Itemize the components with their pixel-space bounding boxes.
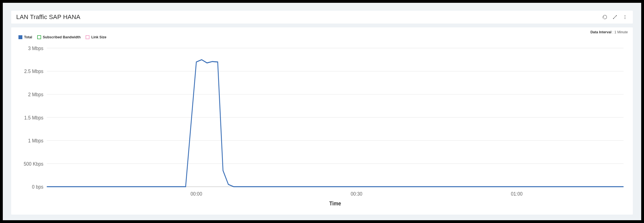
header-actions	[602, 14, 628, 20]
data-interval-label: Data Interval	[591, 30, 612, 34]
svg-point-4	[625, 17, 626, 18]
page-title: LAN Traffic SAP HANA	[16, 13, 80, 21]
legend-item-link-size[interactable]: Link Size	[86, 35, 106, 39]
svg-text:00:30: 00:30	[351, 191, 362, 197]
legend-swatch	[37, 35, 41, 39]
edit-icon[interactable]	[612, 14, 618, 20]
svg-point-5	[625, 18, 626, 19]
page-root: LAN Traffic SAP HANA	[3, 3, 641, 220]
legend-label: Subscribed Bandwidth	[43, 35, 81, 39]
svg-point-1	[613, 18, 614, 19]
header-panel: LAN Traffic SAP HANA	[11, 11, 633, 24]
svg-point-3	[625, 15, 626, 16]
more-menu-icon[interactable]	[622, 14, 628, 20]
svg-text:2 Mbps: 2 Mbps	[28, 91, 43, 97]
chart-panel: Data Interval : 1 Minute Total Subscribe…	[11, 27, 633, 215]
legend-label: Link Size	[91, 35, 106, 39]
data-interval: Data Interval : 1 Minute	[591, 30, 628, 34]
svg-text:00:00: 00:00	[190, 191, 202, 197]
svg-text:3 Mbps: 3 Mbps	[28, 45, 43, 51]
svg-text:01:00: 01:00	[511, 191, 523, 197]
svg-text:2.5 Mbps: 2.5 Mbps	[24, 68, 44, 74]
svg-text:0 bps: 0 bps	[32, 184, 43, 190]
refresh-icon[interactable]	[602, 14, 608, 20]
legend-swatch	[18, 35, 22, 39]
legend-swatch	[86, 35, 89, 39]
svg-text:1.5 Mbps: 1.5 Mbps	[24, 115, 44, 121]
chart-legend: Total Subscribed Bandwidth Link Size	[18, 35, 628, 39]
legend-item-subscribed-bandwidth[interactable]: Subscribed Bandwidth	[37, 35, 81, 39]
svg-text:1 Mbps: 1 Mbps	[28, 138, 43, 144]
chart-plot-area: 0 bps500 Kbps1 Mbps1.5 Mbps2 Mbps2.5 Mbp…	[16, 44, 628, 210]
svg-text:Time: Time	[329, 200, 341, 206]
data-interval-value: 1 Minute	[614, 30, 628, 34]
svg-text:500 Kbps: 500 Kbps	[24, 161, 44, 167]
chart-svg: 0 bps500 Kbps1 Mbps1.5 Mbps2 Mbps2.5 Mbp…	[16, 44, 628, 210]
svg-point-2	[616, 15, 617, 16]
legend-item-total[interactable]: Total	[18, 35, 32, 39]
legend-label: Total	[24, 35, 32, 39]
